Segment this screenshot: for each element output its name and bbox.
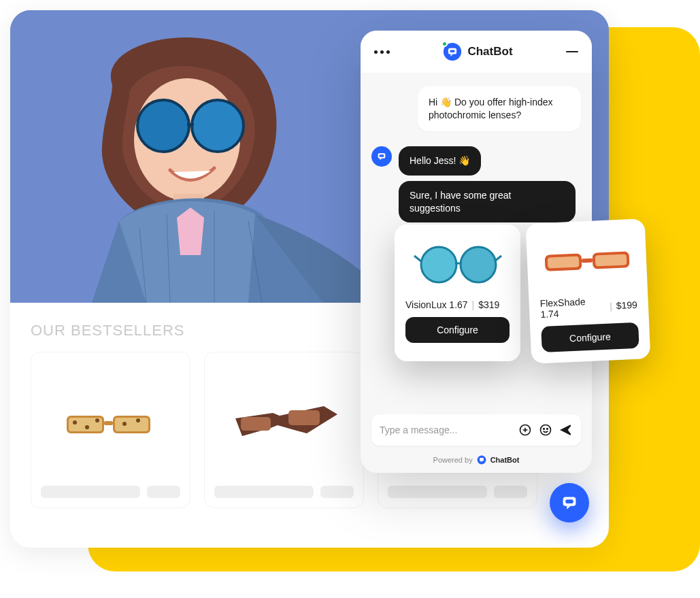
svg-rect-48: [581, 259, 592, 263]
svg-point-33: [544, 429, 545, 430]
configure-button[interactable]: Configure: [541, 322, 639, 352]
placeholder: [41, 486, 140, 498]
product-image: [405, 234, 510, 295]
send-icon[interactable]: [559, 423, 573, 437]
product-title-row: FlexShade 1.74 | $199: [539, 294, 637, 320]
chat-menu-icon[interactable]: [374, 50, 390, 54]
chat-brand: ChatBot: [443, 42, 512, 61]
placeholder: [388, 486, 487, 498]
svg-point-32: [541, 425, 551, 435]
bot-message: Hello Jess! 👋: [399, 146, 481, 176]
emoji-icon[interactable]: [539, 423, 552, 437]
add-attachment-icon[interactable]: [518, 423, 532, 437]
svg-point-34: [547, 429, 548, 430]
footer-label: Powered by: [433, 456, 473, 464]
svg-point-19: [95, 418, 99, 422]
svg-rect-46: [547, 256, 579, 269]
bestseller-tile[interactable]: [204, 352, 364, 508]
product-card: FlexShade 1.74 | $199 Configure: [526, 218, 651, 363]
bot-avatar-icon: [371, 146, 392, 167]
svg-rect-26: [450, 50, 455, 52]
svg-rect-22: [241, 417, 271, 431]
product-name: VisionLux 1.67: [405, 299, 468, 310]
placeholder: [320, 486, 354, 498]
svg-rect-36: [480, 458, 484, 461]
placeholder: [147, 486, 180, 498]
bot-message-group: Hello Jess! 👋 Sure, I have some great su…: [371, 146, 581, 223]
svg-point-20: [122, 422, 127, 426]
product-image: [537, 229, 637, 294]
chat-input-container: [371, 414, 581, 446]
chat-launcher-button[interactable]: [550, 483, 589, 522]
svg-line-42: [414, 256, 421, 261]
product-name: FlexShade 1.74: [539, 295, 606, 320]
svg-point-18: [85, 425, 89, 429]
svg-rect-28: [380, 154, 384, 156]
chat-footer: Powered by ChatBot: [361, 451, 592, 473]
svg-rect-16: [104, 421, 113, 425]
svg-point-17: [73, 420, 77, 425]
chat-input[interactable]: [380, 425, 518, 435]
svg-point-21: [136, 418, 140, 422]
svg-rect-50: [565, 499, 573, 503]
svg-rect-23: [288, 410, 320, 425]
bestseller-tile[interactable]: [31, 352, 190, 508]
chat-title: ChatBot: [467, 45, 512, 59]
configure-button[interactable]: Configure: [405, 317, 510, 343]
bot-message: Sure, I have some great suggestions: [399, 181, 576, 223]
chatbot-logo-icon: [443, 42, 462, 61]
chat-header: ChatBot: [361, 31, 592, 73]
product-image: [60, 362, 162, 486]
minimize-icon[interactable]: [566, 51, 578, 52]
user-message: Hi 👋 Do you offer high-index photochromi…: [418, 86, 581, 131]
product-image: [230, 362, 339, 486]
product-title-row: VisionLux 1.67 | $319: [405, 299, 510, 310]
placeholder: [494, 486, 527, 498]
product-card-carousel: VisionLux 1.67 | $319 Configure FlexShad…: [395, 225, 648, 361]
product-price: $319: [478, 299, 499, 310]
product-card: VisionLux 1.67 | $319 Configure: [395, 225, 520, 361]
product-price: $199: [616, 299, 637, 311]
svg-rect-15: [115, 418, 148, 431]
placeholder: [214, 486, 314, 498]
footer-brand: ChatBot: [490, 456, 520, 464]
svg-rect-47: [595, 254, 627, 267]
